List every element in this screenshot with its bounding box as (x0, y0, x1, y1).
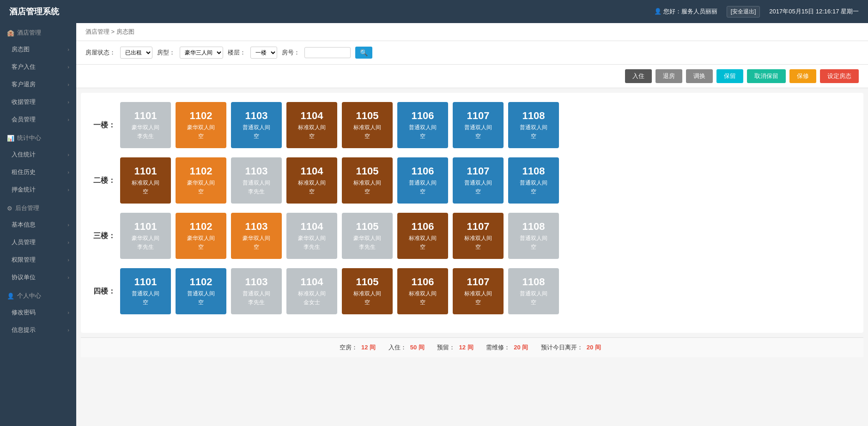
arrow-icon: › (67, 117, 69, 122)
room-1105-f3[interactable]: 1105豪华双人间李先生 (342, 213, 393, 259)
sidebar-item-agreements[interactable]: 协议单位 › (0, 269, 76, 286)
checkout-button[interactable]: 退房 (656, 69, 682, 83)
room-1102-f2[interactable]: 1102豪华双人间空 (176, 157, 226, 204)
main-layout: 🏨 酒店管理 房态图 › 客户入住 › 客户退房 › 收据管理 › 会员管理 ›… (0, 23, 868, 426)
arrow-icon: › (67, 64, 69, 70)
room-1105-f2[interactable]: 1105标准双人间空 (342, 157, 393, 204)
checkin-button[interactable]: 入住 (625, 69, 652, 83)
user-icon: 👤 (7, 293, 14, 300)
hotel-icon: 🏨 (7, 30, 14, 36)
repair-button[interactable]: 保修 (789, 69, 816, 83)
sidebar-item-receipt[interactable]: 收据管理 › (0, 93, 76, 111)
app-header: 酒店管理系统 👤 您好：服务人员丽丽 [安全退出] 2017年05月15日 12… (0, 0, 868, 23)
floor-4-label: 四楼： (90, 287, 115, 296)
arrow-icon: › (67, 222, 69, 228)
room-1107-f4[interactable]: 1107标准双人间空 (453, 268, 504, 314)
arrow-icon: › (67, 47, 69, 52)
main-content: 酒店管理 > 房态图 房屋状态： 已出租 全部 空房 预留 需维修 房型： 豪华… (76, 23, 868, 426)
sidebar-section-backend: ⚙ 后台管理 (0, 198, 76, 216)
room-1107-f1[interactable]: 1107普通双人间空 (453, 102, 504, 148)
floor-select[interactable]: 一楼 全部 二楼 三楼 四楼 (250, 47, 277, 59)
room-1101-f2[interactable]: 1101标准双人间空 (120, 157, 171, 204)
room-1105-f1[interactable]: 1105标准双人间空 (342, 102, 393, 148)
room-1107-f2[interactable]: 1107普通双人间空 (453, 157, 504, 204)
room-1104-f3[interactable]: 1104豪华双人间李先生 (286, 213, 337, 259)
arrow-icon: › (67, 275, 69, 280)
room-1106-f3[interactable]: 1106标准双人间空 (397, 213, 448, 259)
room-1101-f1[interactable]: 1101豪华双人间李先生 (120, 102, 171, 148)
floor-1-rooms: 1101豪华双人间李先生 1102豪华双人间空 1103普通双人间空 1104标… (120, 102, 559, 148)
status-select[interactable]: 已出租 全部 空房 预留 需维修 (120, 47, 152, 59)
action-bar: 入住 退房 调换 保留 取消保留 保修 设定房态 (76, 65, 868, 88)
floor-label: 楼层： (228, 48, 246, 57)
vacancy-label: 空房：12 间 (340, 344, 379, 351)
floor-2-rooms: 1101标准双人间空 1102豪华双人间空 1103普通双人间李先生 1104标… (120, 157, 559, 204)
room-1101-f3[interactable]: 1101豪华双人间李先生 (120, 213, 171, 259)
floor-map: 一楼： 1101豪华双人间李先生 1102豪华双人间空 1103普通双人间空 1… (81, 93, 863, 333)
sidebar-item-staff[interactable]: 人员管理 › (0, 234, 76, 251)
arrow-icon: › (67, 240, 69, 245)
floor-row-3: 三楼： 1101豪华双人间李先生 1102豪华双人间空 1103豪华双人间空 1… (90, 213, 854, 259)
floor-1-label: 一楼： (90, 120, 115, 130)
floor-row-1: 一楼： 1101豪华双人间李先生 1102豪华双人间空 1103普通双人间空 1… (90, 102, 854, 148)
arrow-icon: › (67, 99, 69, 105)
sidebar-item-checkin-stats[interactable]: 入住统计 › (0, 146, 76, 163)
sidebar-item-rental-history[interactable]: 租住历史 › (0, 163, 76, 181)
sidebar-item-room-map[interactable]: 房态图 › (0, 41, 76, 58)
user-info: 👤 您好：服务人员丽丽 (654, 7, 717, 16)
room-1103-f3[interactable]: 1103豪华双人间空 (231, 213, 282, 259)
sidebar-item-permissions[interactable]: 权限管理 › (0, 251, 76, 269)
room-1104-f4[interactable]: 1104标准双人间金女士 (286, 268, 337, 314)
transfer-button[interactable]: 调换 (686, 69, 713, 83)
room-1102-f3[interactable]: 1102豪华双人间空 (176, 213, 226, 259)
sidebar-item-basic-info[interactable]: 基本信息 › (0, 216, 76, 234)
room-1108-f1[interactable]: 1108普通双人间空 (508, 102, 559, 148)
type-select[interactable]: 豪华三人间 全部 豪华双人间 普通双人间 标准双人间 (180, 47, 223, 59)
room-1106-f4[interactable]: 1106标准双人间空 (397, 268, 448, 314)
room-1106-f1[interactable]: 1106普通双人间空 (397, 102, 448, 148)
sidebar-item-checkin[interactable]: 客户入住 › (0, 58, 76, 76)
arrow-icon: › (67, 310, 69, 315)
sidebar-item-deposit-stats[interactable]: 押金统计 › (0, 181, 76, 198)
arrow-icon: › (67, 187, 69, 192)
room-1102-f4[interactable]: 1102普通双人间空 (176, 268, 226, 314)
vacancy-count: 12 间 (361, 344, 376, 351)
room-1108-f2[interactable]: 1108普通双人间空 (508, 157, 559, 204)
breadcrumb: 酒店管理 > 房态图 (76, 23, 868, 41)
search-button[interactable]: 🔍 (355, 47, 372, 59)
app-title: 酒店管理系统 (9, 6, 59, 17)
stats-icon: 📊 (7, 135, 14, 142)
sidebar-item-member[interactable]: 会员管理 › (0, 111, 76, 128)
sidebar-item-checkout[interactable]: 客户退房 › (0, 76, 76, 93)
room-1106-f2[interactable]: 1106普通双人间空 (397, 157, 448, 204)
room-1105-f4[interactable]: 1105标准双人间空 (342, 268, 393, 314)
sidebar-item-change-password[interactable]: 修改密码 › (0, 304, 76, 321)
floor-4-rooms: 1101普通双人间空 1102普通双人间空 1103普通双人间李先生 1104标… (120, 268, 559, 314)
room-1103-f1[interactable]: 1103普通双人间空 (231, 102, 282, 148)
sidebar-item-notifications[interactable]: 信息提示 › (0, 321, 76, 339)
sidebar: 🏨 酒店管理 房态图 › 客户入住 › 客户退房 › 收据管理 › 会员管理 ›… (0, 23, 76, 426)
header-right: 👤 您好：服务人员丽丽 [安全退出] 2017年05月15日 12:16:17 … (654, 6, 859, 18)
repair-label: 需维修：20 间 (486, 344, 532, 351)
reserve-button[interactable]: 保留 (716, 69, 743, 83)
reserved-label: 预留：12 间 (437, 344, 477, 351)
set-status-button[interactable]: 设定房态 (820, 69, 859, 83)
room-1108-f3[interactable]: 1108普通双人间空 (508, 213, 559, 259)
type-label: 房型： (157, 48, 175, 57)
room-1104-f2[interactable]: 1104标准双人间空 (286, 157, 337, 204)
cancel-reserve-button[interactable]: 取消保留 (747, 69, 786, 83)
room-1108-f4[interactable]: 1108普通双人间空 (508, 268, 559, 314)
status-bar: 空房：12 间 入住：50 间 预留：12 间 需维修：20 间 预计今日离开：… (81, 337, 863, 357)
room-1101-f4[interactable]: 1101普通双人间空 (120, 268, 171, 314)
room-number-input[interactable] (304, 47, 351, 58)
room-1104-f1[interactable]: 1104标准双人间空 (286, 102, 337, 148)
floor-row-2: 二楼： 1101标准双人间空 1102豪华双人间空 1103普通双人间李先生 1… (90, 157, 854, 204)
security-exit-button[interactable]: [安全退出] (727, 6, 760, 18)
sidebar-section-stats: 📊 统计中心 (0, 128, 76, 146)
room-1102-f1[interactable]: 1102豪华双人间空 (176, 102, 226, 148)
room-1103-f4[interactable]: 1103普通双人间李先生 (231, 268, 282, 314)
room-1107-f3[interactable]: 1107标准双人间空 (453, 213, 504, 259)
reserved-count: 12 间 (459, 344, 473, 351)
repair-count: 20 间 (514, 344, 528, 351)
room-1103-f2[interactable]: 1103普通双人间李先生 (231, 157, 282, 204)
